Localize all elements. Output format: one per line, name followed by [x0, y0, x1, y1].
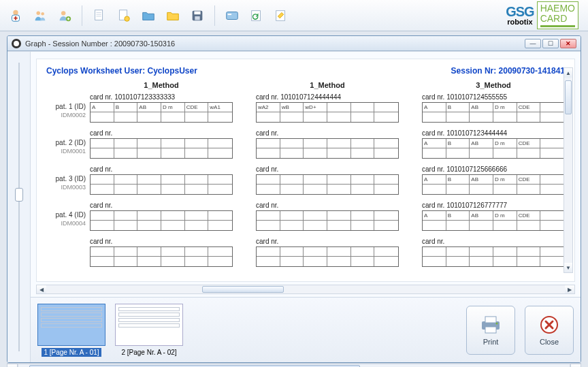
scroll-left-arrow[interactable]: ◀	[7, 364, 18, 367]
doctor-icon[interactable]	[5, 5, 26, 26]
card-cell	[327, 257, 351, 266]
scroll-thumb[interactable]	[565, 80, 572, 114]
card-block: card nr.	[256, 165, 399, 195]
card-cell: A	[423, 175, 446, 185]
window-close-button[interactable]: ✕	[560, 39, 576, 48]
patients-icon[interactable]	[30, 5, 50, 26]
page-panel: 1 [Page Nr. A - 01]2 [Page Nr. A - 02] P…	[31, 297, 581, 362]
folder-yellow-icon[interactable]	[163, 5, 183, 26]
scroll-thumb[interactable]	[202, 286, 284, 293]
card-cell	[351, 139, 375, 148]
patient-row: pat. 2 (ID)IDM0001card nr.card nr.card n…	[46, 129, 565, 159]
card-block: card nr.	[422, 238, 565, 267]
card-cell	[257, 139, 280, 148]
card-cell: B	[446, 103, 470, 112]
card-cell	[161, 247, 185, 257]
scroll-right-arrow[interactable]: ▶	[565, 285, 574, 293]
card-cell	[185, 148, 209, 158]
graph-window: Graph - Session Number : 20090730-150316…	[7, 35, 581, 363]
card-cell: D m	[493, 211, 517, 221]
svg-rect-11	[195, 16, 199, 19]
patient-row: card nr.card nr.card nr.	[46, 238, 565, 267]
refresh-icon[interactable]	[246, 5, 267, 26]
card-cell: AB	[470, 103, 493, 112]
window-maximize-button[interactable]: ☐	[542, 39, 559, 48]
card-cell	[185, 175, 209, 185]
folder-blue-icon[interactable]	[138, 5, 159, 26]
brand-gsg: GSG	[506, 5, 534, 18]
sheet-vertical-scrollbar[interactable]: ▲ ▼	[564, 67, 573, 273]
card-cell	[470, 185, 493, 194]
tool-icon[interactable]	[271, 5, 291, 26]
card-cell	[208, 221, 232, 230]
card-cell	[91, 211, 114, 221]
card-block: card nr. 1010107124444444wA2wBwD+	[256, 93, 399, 123]
card-cell	[517, 257, 541, 266]
patient-label	[46, 238, 90, 247]
card-cell	[161, 185, 185, 194]
window-titlebar[interactable]: Graph - Session Number : 20090730-150316…	[7, 36, 581, 51]
card-cell	[540, 103, 564, 112]
scroll-left-arrow[interactable]: ◀	[37, 285, 46, 293]
card-cell	[137, 257, 161, 266]
card-grid	[90, 174, 233, 195]
card-cell: wA2	[257, 103, 280, 112]
card-grid	[256, 174, 399, 195]
new-doc-icon[interactable]	[89, 5, 110, 26]
card-cell	[137, 175, 161, 185]
scroll-right-arrow[interactable]: ▶	[570, 364, 581, 367]
card-cell	[208, 139, 232, 148]
card-cell	[540, 257, 564, 266]
card-cell	[91, 257, 114, 266]
card-cell: CDE	[185, 103, 209, 112]
method-header: 1_Method	[256, 81, 399, 89]
card-cell	[208, 148, 232, 158]
card-cell	[114, 185, 138, 194]
card-cell	[446, 221, 470, 230]
svg-rect-13	[228, 14, 232, 15]
card-block: card nr.	[90, 238, 233, 267]
card-cell	[208, 185, 232, 194]
app-toolbar: GSG robotix HAEMO CARD	[0, 0, 588, 31]
page-caption: 1 [Page Nr. A - 01]	[42, 348, 101, 357]
zoom-slider-track[interactable]	[18, 63, 20, 351]
svg-point-2	[37, 11, 41, 14]
card-cell	[280, 211, 304, 221]
card-cell	[208, 175, 232, 185]
close-button[interactable]: Close	[525, 306, 574, 355]
card-icon[interactable]	[222, 5, 242, 26]
print-button[interactable]: Print	[466, 306, 515, 355]
close-label: Close	[540, 338, 559, 346]
card-cell	[351, 175, 375, 185]
scroll-down-arrow[interactable]: ▼	[564, 263, 572, 272]
card-cell	[351, 247, 375, 257]
card-number: card nr. 1010107123444444	[422, 129, 565, 137]
patient-label: pat. 4 (ID)IDM0004	[46, 202, 90, 227]
card-cell	[280, 112, 304, 122]
patient-row: pat. 3 (ID)IDM0003card nr.card nr.card n…	[46, 165, 565, 195]
page-thumbnail[interactable]: 2 [Page Nr. A - 02]	[115, 304, 183, 356]
page-thumbnail[interactable]: 1 [Page Nr. A - 01]	[37, 304, 105, 356]
window-minimize-button[interactable]: —	[525, 39, 541, 48]
card-cell	[208, 247, 232, 257]
patient-add-icon[interactable]	[54, 5, 75, 26]
svg-point-19	[496, 322, 498, 324]
card-cell	[280, 247, 304, 257]
window-icon	[12, 39, 21, 48]
card-cell	[351, 185, 375, 194]
card-cell	[327, 185, 351, 194]
save-icon[interactable]	[187, 5, 208, 26]
sheet-horizontal-scrollbar[interactable]: ◀ ▶	[36, 285, 575, 294]
card-cell	[423, 221, 446, 230]
card-grid: wA2wBwD+	[256, 102, 399, 123]
close-icon	[539, 315, 559, 335]
card-number: card nr.	[256, 238, 399, 245]
page-icon[interactable]	[114, 5, 134, 26]
card-cell	[114, 112, 138, 122]
zoom-slider-thumb[interactable]	[15, 188, 23, 202]
card-cell: D m	[161, 103, 185, 112]
worksheet: Cyclops Worksheet User: CyclopsUser Sess…	[36, 59, 575, 282]
workspace-horizontal-scrollbar[interactable]: ◀ ▶	[7, 363, 581, 367]
svg-point-0	[13, 10, 18, 14]
scroll-up-arrow[interactable]: ▲	[564, 68, 572, 78]
